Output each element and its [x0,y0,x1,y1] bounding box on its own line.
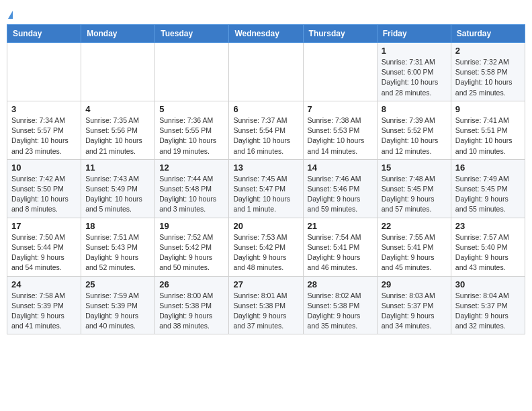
day-number: 12 [159,163,224,173]
day-number: 29 [382,279,447,289]
day-number: 21 [308,221,373,231]
calendar-cell: 8Sunrise: 7:39 AM Sunset: 5:52 PM Daylig… [377,101,451,159]
day-info: Sunrise: 7:52 AM Sunset: 5:42 PM Dayligh… [159,232,224,273]
calendar-cell: 14Sunrise: 7:46 AM Sunset: 5:46 PM Dayli… [303,159,377,218]
day-number: 18 [85,221,150,231]
day-info: Sunrise: 7:45 AM Sunset: 5:47 PM Dayligh… [233,174,298,215]
day-info: Sunrise: 7:37 AM Sunset: 5:54 PM Dayligh… [233,116,298,156]
day-number: 10 [11,163,77,173]
calendar-cell [229,43,303,101]
day-number: 28 [308,279,373,289]
calendar-cell: 26Sunrise: 8:00 AM Sunset: 5:38 PM Dayli… [155,276,229,334]
day-info: Sunrise: 7:48 AM Sunset: 5:45 PM Dayligh… [382,174,447,215]
day-number: 30 [455,279,521,289]
day-number: 26 [159,279,224,289]
day-info: Sunrise: 7:42 AM Sunset: 5:50 PM Dayligh… [11,174,77,215]
day-info: Sunrise: 7:49 AM Sunset: 5:45 PM Dayligh… [455,174,521,215]
calendar-cell: 7Sunrise: 7:38 AM Sunset: 5:53 PM Daylig… [303,101,377,159]
day-number: 22 [382,221,447,231]
calendar-cell: 13Sunrise: 7:45 AM Sunset: 5:47 PM Dayli… [229,159,303,218]
calendar-cell: 2Sunrise: 7:32 AM Sunset: 5:58 PM Daylig… [451,43,525,101]
day-number: 1 [382,46,447,56]
day-info: Sunrise: 7:51 AM Sunset: 5:43 PM Dayligh… [85,232,150,273]
day-info: Sunrise: 7:35 AM Sunset: 5:56 PM Dayligh… [85,116,150,156]
logo [7,7,13,19]
day-info: Sunrise: 7:54 AM Sunset: 5:41 PM Dayligh… [308,232,373,273]
day-of-week-header: Tuesday [155,25,229,43]
day-info: Sunrise: 8:03 AM Sunset: 5:37 PM Dayligh… [382,291,447,332]
logo-icon [8,11,13,19]
calendar-header: SundayMondayTuesdayWednesdayThursdayFrid… [7,25,525,43]
calendar-table: SundayMondayTuesdayWednesdayThursdayFrid… [7,24,525,334]
calendar-cell: 4Sunrise: 7:35 AM Sunset: 5:56 PM Daylig… [81,101,155,159]
day-info: Sunrise: 7:55 AM Sunset: 5:41 PM Dayligh… [382,232,447,273]
calendar-cell: 12Sunrise: 7:44 AM Sunset: 5:48 PM Dayli… [155,159,229,218]
day-info: Sunrise: 7:44 AM Sunset: 5:48 PM Dayligh… [159,174,224,215]
calendar-cell: 10Sunrise: 7:42 AM Sunset: 5:50 PM Dayli… [7,159,81,218]
calendar-cell: 22Sunrise: 7:55 AM Sunset: 5:41 PM Dayli… [377,218,451,276]
calendar-cell: 20Sunrise: 7:53 AM Sunset: 5:42 PM Dayli… [229,218,303,276]
day-number: 13 [233,163,298,173]
day-number: 11 [85,163,150,173]
calendar-cell: 23Sunrise: 7:57 AM Sunset: 5:40 PM Dayli… [451,218,525,276]
calendar-cell [303,43,377,101]
calendar-cell: 27Sunrise: 8:01 AM Sunset: 5:38 PM Dayli… [229,276,303,334]
day-of-week-header: Thursday [303,25,377,43]
calendar-cell: 25Sunrise: 7:59 AM Sunset: 5:39 PM Dayli… [81,276,155,334]
day-number: 24 [11,279,77,289]
day-info: Sunrise: 8:00 AM Sunset: 5:38 PM Dayligh… [159,291,224,332]
calendar-cell: 11Sunrise: 7:43 AM Sunset: 5:49 PM Dayli… [81,159,155,218]
day-info: Sunrise: 8:01 AM Sunset: 5:38 PM Dayligh… [233,291,298,332]
day-number: 6 [233,104,298,114]
day-info: Sunrise: 7:36 AM Sunset: 5:55 PM Dayligh… [159,116,224,156]
day-info: Sunrise: 7:41 AM Sunset: 5:51 PM Dayligh… [455,116,521,156]
day-number: 16 [455,163,521,173]
day-number: 25 [85,279,150,289]
day-number: 4 [85,104,150,114]
calendar-cell: 29Sunrise: 8:03 AM Sunset: 5:37 PM Dayli… [377,276,451,334]
calendar-cell: 3Sunrise: 7:34 AM Sunset: 5:57 PM Daylig… [7,101,81,159]
day-number: 20 [233,221,298,231]
day-of-week-header: Saturday [451,25,525,43]
calendar-cell: 1Sunrise: 7:31 AM Sunset: 6:00 PM Daylig… [377,43,451,101]
calendar-cell [155,43,229,101]
day-of-week-header: Friday [377,25,451,43]
calendar-cell [81,43,155,101]
day-info: Sunrise: 7:34 AM Sunset: 5:57 PM Dayligh… [11,116,77,156]
day-info: Sunrise: 7:58 AM Sunset: 5:39 PM Dayligh… [11,291,77,332]
day-number: 14 [308,163,373,173]
day-number: 8 [382,104,447,114]
day-number: 27 [233,279,298,289]
calendar-cell: 24Sunrise: 7:58 AM Sunset: 5:39 PM Dayli… [7,276,81,334]
day-info: Sunrise: 7:32 AM Sunset: 5:58 PM Dayligh… [455,57,521,98]
calendar-cell: 9Sunrise: 7:41 AM Sunset: 5:51 PM Daylig… [451,101,525,159]
day-info: Sunrise: 8:02 AM Sunset: 5:38 PM Dayligh… [308,291,373,332]
day-number: 17 [11,221,77,231]
day-number: 19 [159,221,224,231]
day-number: 15 [382,163,447,173]
day-number: 7 [308,104,373,114]
day-info: Sunrise: 7:59 AM Sunset: 5:39 PM Dayligh… [85,291,150,332]
day-info: Sunrise: 7:46 AM Sunset: 5:46 PM Dayligh… [308,174,373,215]
day-of-week-header: Monday [81,25,155,43]
calendar-cell: 17Sunrise: 7:50 AM Sunset: 5:44 PM Dayli… [7,218,81,276]
day-info: Sunrise: 8:04 AM Sunset: 5:37 PM Dayligh… [455,291,521,332]
calendar-cell: 15Sunrise: 7:48 AM Sunset: 5:45 PM Dayli… [377,159,451,218]
day-info: Sunrise: 7:39 AM Sunset: 5:52 PM Dayligh… [382,116,447,156]
day-info: Sunrise: 7:57 AM Sunset: 5:40 PM Dayligh… [455,232,521,273]
calendar-cell: 18Sunrise: 7:51 AM Sunset: 5:43 PM Dayli… [81,218,155,276]
calendar-cell: 16Sunrise: 7:49 AM Sunset: 5:45 PM Dayli… [451,159,525,218]
calendar-cell [7,43,81,101]
day-info: Sunrise: 7:31 AM Sunset: 6:00 PM Dayligh… [382,57,447,98]
day-of-week-header: Wednesday [229,25,303,43]
day-info: Sunrise: 7:43 AM Sunset: 5:49 PM Dayligh… [85,174,150,215]
calendar-cell: 5Sunrise: 7:36 AM Sunset: 5:55 PM Daylig… [155,101,229,159]
page-header [7,7,525,19]
day-number: 2 [455,46,521,56]
calendar-cell: 30Sunrise: 8:04 AM Sunset: 5:37 PM Dayli… [451,276,525,334]
calendar-cell: 28Sunrise: 8:02 AM Sunset: 5:38 PM Dayli… [303,276,377,334]
day-number: 23 [455,221,521,231]
day-number: 3 [11,104,77,114]
calendar-cell: 21Sunrise: 7:54 AM Sunset: 5:41 PM Dayli… [303,218,377,276]
day-number: 5 [159,104,224,114]
